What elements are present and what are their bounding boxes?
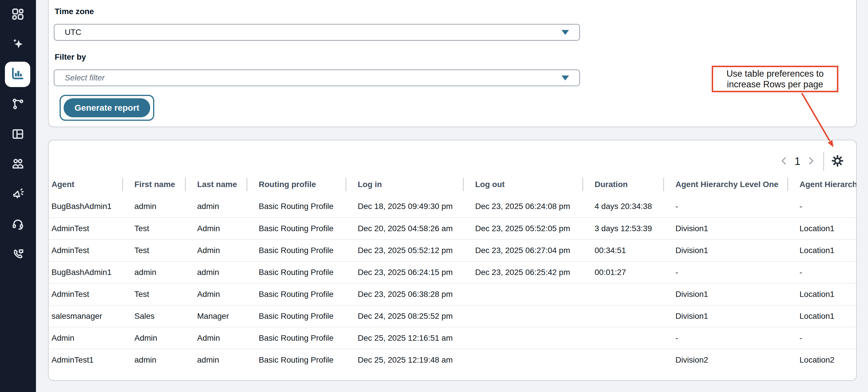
timezone-select[interactable]: UTC <box>54 24 580 40</box>
column-header-agent: Agent <box>49 180 122 189</box>
table-row: BugBashAdmin1adminadminBasic Routing Pro… <box>49 261 857 283</box>
column-header-first-name: First name <box>122 180 185 189</box>
announcement-megaphone-icon <box>11 187 25 200</box>
sidebar-item-users[interactable] <box>11 157 25 170</box>
app-grid-icon <box>11 7 25 21</box>
table-cell: Admin <box>122 334 185 343</box>
sidebar-item-analytics-active[interactable] <box>5 62 30 87</box>
table-row: BugBashAdmin1adminadminBasic Routing Pro… <box>49 195 857 217</box>
table-cell: Test <box>122 224 185 233</box>
table-header-row: Agent First name Last name Routing profi… <box>49 173 857 195</box>
agent-report-page: Time zone UTC Filter by Select filter Ge… <box>0 0 868 392</box>
panels-layout-icon <box>11 128 25 141</box>
table-row: salesmanagerSalesManagerBasic Routing Pr… <box>49 305 857 327</box>
table-cell: Basic Routing Profile <box>247 334 346 343</box>
table-cell: Admin <box>49 334 122 343</box>
next-page-button[interactable] <box>804 155 817 168</box>
table-cell: admin <box>185 202 247 211</box>
chevron-down-icon <box>561 30 569 35</box>
table-cell: admin <box>185 355 247 365</box>
table-cell: Basic Routing Profile <box>247 246 346 255</box>
table-cell: Location2 <box>787 355 857 365</box>
filter-placeholder: Select filter <box>65 73 105 82</box>
table-preferences-button[interactable] <box>830 154 845 169</box>
table-cell: Division2 <box>663 355 787 365</box>
table-cell: Basic Routing Profile <box>247 312 346 321</box>
table-cell: AdminTest1 <box>49 355 122 365</box>
sidebar-item-panels[interactable] <box>11 128 25 141</box>
table-cell: Dec 25, 2025 12:19:48 am <box>346 355 463 365</box>
table-cell: Dec 18, 2025 09:49:30 pm <box>346 202 463 211</box>
table-cell: Test <box>122 290 185 299</box>
table-cell: Admin <box>185 334 247 343</box>
table-cell: Admin <box>185 246 247 255</box>
table-body: BugBashAdmin1adminadminBasic Routing Pro… <box>49 195 857 371</box>
column-header-log-in: Log in <box>346 180 463 189</box>
annotation-arrow <box>787 89 839 151</box>
table-cell: admin <box>185 268 247 277</box>
table-cell: Admin <box>185 224 247 233</box>
report-form-card: Time zone UTC Filter by Select filter Ge… <box>48 0 857 127</box>
report-table-card: 1 Agent First name Last name Routing pro… <box>48 140 857 381</box>
table-cell: Basic Routing Profile <box>247 268 346 277</box>
table-cell: Basic Routing Profile <box>247 202 346 211</box>
chevron-down-icon <box>561 76 569 80</box>
table-cell: 00:01:27 <box>583 268 663 277</box>
flows-branch-icon <box>11 97 25 111</box>
column-header-hierarchy-one: Agent Hierarchy Level One <box>663 180 787 189</box>
table-cell: 3 days 12:53:39 <box>583 224 663 233</box>
table-cell: Dec 23, 2025 05:52:05 pm <box>463 224 583 233</box>
table-row: AdminTest1adminadminBasic Routing Profil… <box>49 349 857 371</box>
table-cell: Dec 23, 2025 06:24:08 pm <box>463 202 583 211</box>
chevron-left-icon <box>779 156 789 167</box>
table-cell: Manager <box>185 312 247 321</box>
ai-sparkle-icon <box>11 37 25 51</box>
table-cell: - <box>787 202 857 211</box>
sidebar-item-announcements[interactable] <box>11 187 25 200</box>
table-cell: - <box>787 334 857 343</box>
current-page-number[interactable]: 1 <box>790 156 804 167</box>
table-row: AdminTestTestAdminBasic Routing ProfileD… <box>49 239 857 261</box>
table-cell: Location1 <box>787 246 857 255</box>
table-cell: Location1 <box>787 290 857 299</box>
sidebar-item-contact[interactable] <box>11 248 25 261</box>
table-cell: admin <box>122 268 185 277</box>
table-cell: 00:34:51 <box>583 246 663 255</box>
users-icon <box>11 157 25 170</box>
sidebar-item-support[interactable] <box>11 218 25 231</box>
pagination-divider <box>824 152 824 171</box>
analytics-bar-chart-icon <box>10 66 25 82</box>
sidebar-item-ai[interactable] <box>11 37 25 51</box>
table-cell: Dec 20, 2025 04:58:26 am <box>346 224 463 233</box>
table-cell: admin <box>122 202 185 211</box>
table-cell: Dec 23, 2025 06:25:42 pm <box>463 268 583 277</box>
filter-by-label: Filter by <box>55 53 86 62</box>
table-cell: - <box>663 202 787 211</box>
table-cell: - <box>663 334 787 343</box>
phone-contact-icon <box>11 248 25 261</box>
table-cell: - <box>663 268 787 277</box>
column-header-duration: Duration <box>583 180 663 189</box>
table-cell: Dec 23, 2025 06:27:04 pm <box>463 246 583 255</box>
timezone-selected-value: UTC <box>65 28 82 37</box>
headset-icon <box>11 218 25 231</box>
table-cell: Admin <box>185 290 247 299</box>
annotation-callout: Use table preferences to increase Rows p… <box>712 66 838 92</box>
table-cell: Dec 23, 2025 05:52:12 pm <box>346 246 463 255</box>
table-cell: Dec 25, 2025 12:16:51 am <box>346 334 463 343</box>
sidebar-item-home[interactable] <box>11 7 25 21</box>
table-row: AdminTestTestAdminBasic Routing ProfileD… <box>49 283 857 305</box>
previous-page-button[interactable] <box>778 155 790 168</box>
table-cell: Basic Routing Profile <box>247 224 346 233</box>
generate-report-button[interactable]: Generate report <box>60 95 154 121</box>
generate-report-button-label: Generate report <box>64 98 150 117</box>
table-row: AdminAdminAdminBasic Routing ProfileDec … <box>49 327 857 349</box>
table-cell: BugBashAdmin1 <box>49 202 122 211</box>
sidebar-item-flows[interactable] <box>11 97 25 111</box>
table-cell: Dec 23, 2025 06:38:28 pm <box>346 290 463 299</box>
timezone-label: Time zone <box>55 7 94 16</box>
filter-select[interactable]: Select filter <box>54 69 580 86</box>
column-header-hierarchy-two: Agent Hierarchy Level Two <box>787 180 857 189</box>
table-cell: Basic Routing Profile <box>247 290 346 299</box>
table-cell: 4 days 20:34:38 <box>583 202 663 211</box>
